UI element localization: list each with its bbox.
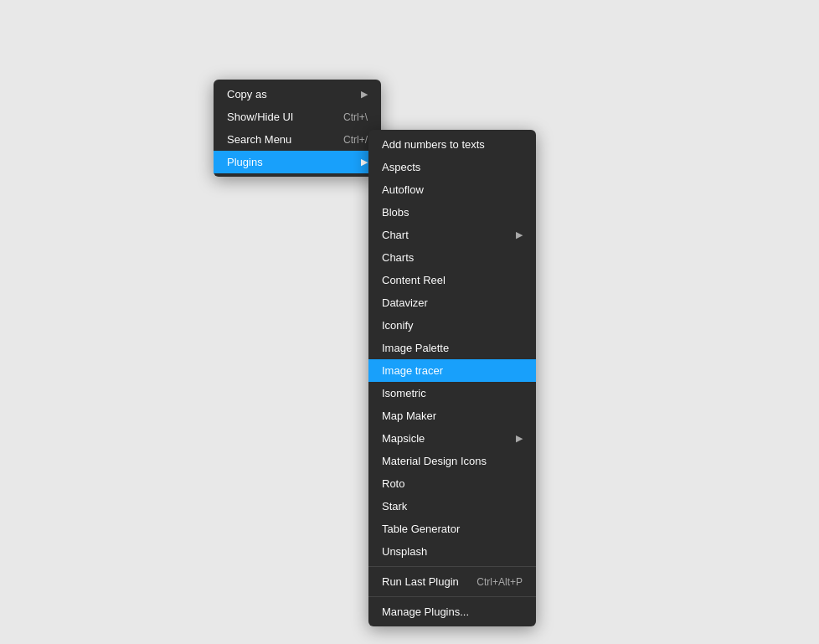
context-menu-container: Copy as ▶ Show/Hide UI Ctrl+\ Search Men… — [214, 80, 381, 177]
menu-item-chart[interactable]: Chart ▶ — [368, 224, 536, 246]
menu-item-autoflow[interactable]: Autoflow — [368, 178, 536, 201]
menu-item-content-reel[interactable]: Content Reel — [368, 269, 536, 291]
menu-item-manage-plugins[interactable]: Manage Plugins... — [368, 600, 536, 623]
menu-item-blobs[interactable]: Blobs — [368, 201, 536, 224]
plugins-submenu: Add numbers to texts Aspects Autoflow Bl… — [368, 130, 536, 626]
menu-item-plugins[interactable]: Plugins ▶ — [214, 151, 381, 173]
menu-item-search-menu[interactable]: Search Menu Ctrl+/ — [214, 128, 381, 151]
menu-item-unsplash[interactable]: Unsplash — [368, 540, 536, 563]
menu-item-copy-as[interactable]: Copy as ▶ — [214, 83, 381, 106]
menu-item-add-numbers[interactable]: Add numbers to texts — [368, 133, 536, 156]
menu-item-datavizer[interactable]: Datavizer — [368, 291, 536, 314]
divider-1 — [368, 566, 536, 567]
menu-item-show-hide-ui[interactable]: Show/Hide UI Ctrl+\ — [214, 106, 381, 128]
menu-item-charts[interactable]: Charts — [368, 246, 536, 269]
context-menu: Copy as ▶ Show/Hide UI Ctrl+\ Search Men… — [214, 80, 381, 177]
menu-item-isometric[interactable]: Isometric — [368, 382, 536, 404]
menu-item-map-maker[interactable]: Map Maker — [368, 404, 536, 427]
menu-item-roto[interactable]: Roto — [368, 472, 536, 495]
menu-item-image-tracer[interactable]: Image tracer — [368, 359, 536, 382]
menu-item-material-design-icons[interactable]: Material Design Icons — [368, 450, 536, 472]
menu-item-mapsicle[interactable]: Mapsicle ▶ — [368, 427, 536, 450]
menu-item-stark[interactable]: Stark — [368, 495, 536, 518]
menu-item-iconify[interactable]: Iconify — [368, 314, 536, 337]
menu-item-aspects[interactable]: Aspects — [368, 156, 536, 178]
menu-item-image-palette[interactable]: Image Palette — [368, 337, 536, 359]
menu-item-table-generator[interactable]: Table Generator — [368, 518, 536, 540]
menu-item-run-last-plugin[interactable]: Run Last Plugin Ctrl+Alt+P — [368, 570, 536, 593]
divider-2 — [368, 596, 536, 597]
